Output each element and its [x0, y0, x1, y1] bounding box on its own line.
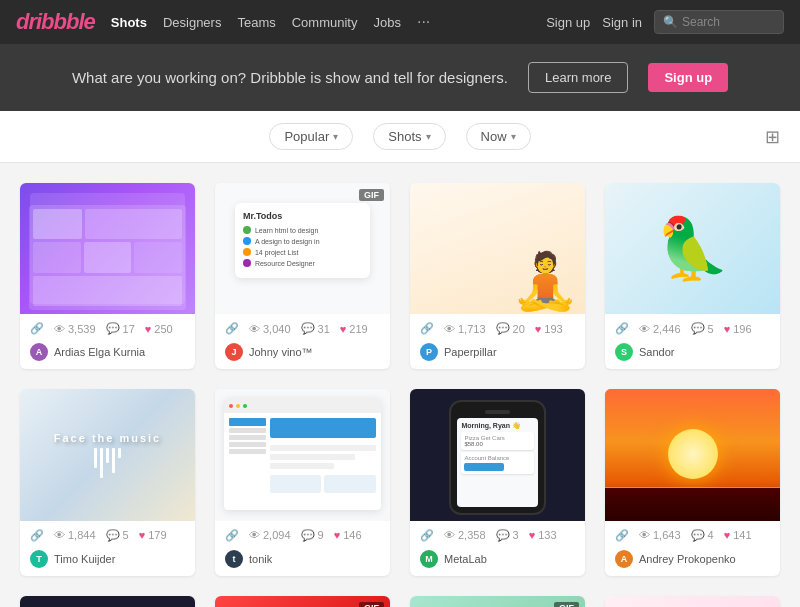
shot-author[interactable]: A Andrey Prokopenko [605, 546, 780, 576]
shot-meta: 🔗 👁 3,040 💬 31 ♥ 219 [215, 314, 390, 339]
search-icon: 🔍 [663, 15, 678, 29]
nav-auth: Sign up Sign in 🔍 [546, 10, 784, 34]
link-icon-container: 🔗 [225, 529, 239, 542]
shot-card[interactable]: 🧘 🔗 👁 1,713 💬 20 ♥ 193 P Paperpillar [410, 183, 585, 369]
heart-icon: ♥ [724, 323, 731, 335]
shot-card[interactable]: 🌊GIF 🔗 👁 2,100 💬 12 ♥ 188 R Red Designer [215, 596, 390, 608]
author-name[interactable]: Ardias Elga Kurnia [54, 346, 145, 358]
popular-arrow-icon: ▾ [333, 131, 338, 142]
author-name[interactable]: tonik [249, 553, 272, 565]
comment-icon: 💬 [301, 529, 315, 542]
comments-value: 20 [513, 323, 525, 335]
banner-signup-button[interactable]: Sign up [648, 63, 728, 92]
comments-value: 3 [513, 529, 519, 541]
avatar: M [420, 550, 438, 568]
nav-more-icon[interactable]: ··· [417, 13, 430, 31]
search-input[interactable] [682, 15, 775, 29]
now-arrow-icon: ▾ [511, 131, 516, 142]
logo[interactable]: dribbble [16, 9, 95, 35]
popular-filter[interactable]: Popular ▾ [269, 123, 353, 150]
shot-author[interactable]: J Johny vino™ [215, 339, 390, 369]
grid-toggle[interactable]: ⊞ [765, 126, 780, 148]
comment-icon: 💬 [691, 529, 705, 542]
shot-card[interactable]: Mr.Todos Learn html to design A design t… [215, 183, 390, 369]
shot-author[interactable]: A Ardias Elga Kurnia [20, 339, 195, 369]
link-icon: 🔗 [30, 322, 44, 335]
shot-card[interactable]: 🔗 👁 2,094 💬 9 ♥ 146 t tonik [215, 389, 390, 575]
nav-jobs[interactable]: Jobs [373, 15, 400, 30]
author-name[interactable]: Sandor [639, 346, 674, 358]
shots-arrow-icon: ▾ [426, 131, 431, 142]
eye-icon: 👁 [444, 529, 455, 541]
shot-card[interactable]: Morning, Ryan 👋 Pizza Get Cars $58.00 Ac… [410, 389, 585, 575]
comments-value: 31 [318, 323, 330, 335]
shot-card[interactable]: 🔗 👁 1,200 💬 8 ♥ 120 D Dark Studio [20, 596, 195, 608]
eye-icon: 👁 [249, 529, 260, 541]
eye-icon: 👁 [54, 529, 65, 541]
likes-count: ♥ 250 [145, 323, 173, 335]
popular-label: Popular [284, 129, 329, 144]
heart-icon: ♥ [724, 529, 731, 541]
author-name[interactable]: Andrey Prokopenko [639, 553, 736, 565]
author-name[interactable]: Timo Kuijder [54, 553, 115, 565]
likes-count: ♥ 141 [724, 529, 752, 541]
views-count: 👁 3,040 [249, 323, 291, 335]
shot-card[interactable]: 🔗 👁 3,539 💬 17 ♥ 250 A Ardias Elga Kurni… [20, 183, 195, 369]
comments-count: 💬 4 [691, 529, 714, 542]
views-value: 3,040 [263, 323, 291, 335]
heart-icon: ♥ [535, 323, 542, 335]
link-icon: 🔗 [225, 529, 239, 542]
comments-value: 5 [708, 323, 714, 335]
author-name[interactable]: Paperpillar [444, 346, 497, 358]
link-icon: 🔗 [30, 529, 44, 542]
likes-value: 196 [733, 323, 751, 335]
shot-author[interactable]: t tonik [215, 546, 390, 576]
comment-icon: 💬 [106, 322, 120, 335]
likes-count: ♥ 219 [340, 323, 368, 335]
signup-link[interactable]: Sign up [546, 15, 590, 30]
author-name[interactable]: Johny vino™ [249, 346, 313, 358]
link-icon: 🔗 [225, 322, 239, 335]
shot-author[interactable]: S Sandor [605, 339, 780, 369]
heart-icon: ♥ [340, 323, 347, 335]
likes-value: 146 [343, 529, 361, 541]
author-name[interactable]: MetaLab [444, 553, 487, 565]
likes-count: ♥ 146 [334, 529, 362, 541]
now-filter[interactable]: Now ▾ [466, 123, 531, 150]
grid-view-icon: ⊞ [765, 126, 780, 148]
shot-card[interactable]: 🎵 🔗 👁 980 💬 3 ♥ 77 P Pink Studio [605, 596, 780, 608]
shot-meta: 🔗 👁 3,539 💬 17 ♥ 250 [20, 314, 195, 339]
nav-designers[interactable]: Designers [163, 15, 222, 30]
comments-count: 💬 20 [496, 322, 525, 335]
shot-author[interactable]: P Paperpillar [410, 339, 585, 369]
comment-icon: 💬 [496, 529, 510, 542]
likes-count: ♥ 133 [529, 529, 557, 541]
nav-community[interactable]: Community [292, 15, 358, 30]
navbar: dribbble Shots Designers Teams Community… [0, 0, 800, 44]
views-count: 👁 2,446 [639, 323, 681, 335]
link-icon: 🔗 [420, 322, 434, 335]
shot-author[interactable]: M MetaLab [410, 546, 585, 576]
banner: What are you working on? Dribbble is sho… [0, 44, 800, 111]
nav-shots[interactable]: Shots [111, 15, 147, 30]
comments-count: 💬 5 [691, 322, 714, 335]
nav-teams[interactable]: Teams [237, 15, 275, 30]
shots-label: Shots [388, 129, 421, 144]
shot-card[interactable]: 🦜 🔗 👁 2,446 💬 5 ♥ 196 S Sandor [605, 183, 780, 369]
link-icon: 🔗 [420, 529, 434, 542]
views-count: 👁 2,358 [444, 529, 486, 541]
shot-card[interactable]: Face the music 🔗 👁 1,844 💬 5 ♥ 179 T Tim… [20, 389, 195, 575]
eye-icon: 👁 [249, 323, 260, 335]
learn-more-button[interactable]: Learn more [528, 62, 628, 93]
shot-author[interactable]: T Timo Kuijder [20, 546, 195, 576]
signin-link[interactable]: Sign in [602, 15, 642, 30]
shot-meta: 🔗 👁 1,713 💬 20 ♥ 193 [410, 314, 585, 339]
now-label: Now [481, 129, 507, 144]
avatar: T [30, 550, 48, 568]
shot-card[interactable]: 🔗 👁 1,643 💬 4 ♥ 141 A Andrey Prokopenko [605, 389, 780, 575]
comment-icon: 💬 [691, 322, 705, 335]
shot-card[interactable]: 🚐GIF 🔗 👁 1,500 💬 6 ♥ 99 G Green Works [410, 596, 585, 608]
link-icon-container: 🔗 [420, 529, 434, 542]
search-box[interactable]: 🔍 [654, 10, 784, 34]
shots-filter[interactable]: Shots ▾ [373, 123, 445, 150]
